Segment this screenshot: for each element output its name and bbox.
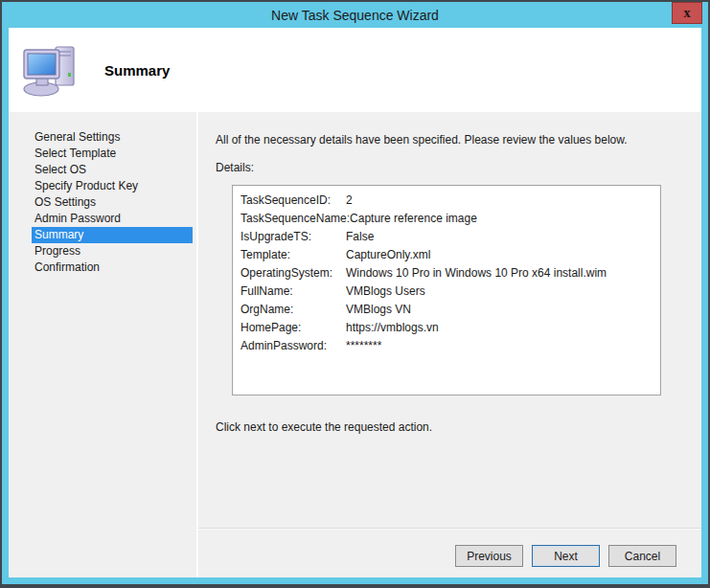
wizard-dialog: New Task Sequence Wizard x — [0, 0, 710, 588]
detail-name: OrgName: — [240, 301, 346, 319]
detail-value: https://vmblogs.vn — [346, 319, 653, 337]
detail-row: TaskSequenceName: Capture reference imag… — [240, 210, 653, 228]
sidebar-step-label: OS Settings — [34, 195, 96, 209]
computer-icon — [20, 42, 81, 98]
wizard-header: Summary — [9, 28, 701, 112]
sidebar-step-item[interactable]: OS Settings — [32, 194, 193, 211]
sidebar-step-item[interactable]: General Settings — [32, 129, 193, 146]
detail-row: Template: CaptureOnly.xml — [240, 246, 653, 264]
detail-value: CaptureOnly.xml — [346, 246, 653, 264]
button-bar: Previous Next Cancel — [198, 530, 701, 577]
wizard-body: General Settings Select Template Select … — [9, 112, 701, 577]
content-window: Summary General Settings Select Template… — [9, 28, 701, 577]
page-title: Summary — [104, 62, 170, 79]
sidebar-step-item[interactable]: Select OS — [32, 162, 193, 178]
sidebar-step-label: Progress — [34, 244, 80, 258]
summary-content: All of the necessary details have been s… — [198, 112, 701, 528]
sidebar-step-item[interactable]: Progress — [32, 243, 193, 260]
titlebar[interactable]: New Task Sequence Wizard x — [9, 2, 701, 28]
detail-value: VMBlogs Users — [346, 283, 653, 301]
detail-value: False — [346, 228, 653, 246]
sidebar-step-item[interactable]: Select Template — [32, 146, 193, 162]
sidebar-step-label: Confirmation — [34, 260, 100, 274]
sidebar-step-label: Specify Product Key — [34, 179, 138, 192]
detail-value: Capture reference image — [350, 210, 653, 228]
detail-row: AdminPassword: ******** — [240, 337, 653, 355]
detail-name: TaskSequenceID: — [240, 192, 346, 210]
detail-value: ******** — [346, 337, 653, 355]
detail-value: 2 — [346, 192, 653, 210]
next-button[interactable]: Next — [532, 545, 600, 567]
sidebar-step-item[interactable]: Specify Product Key — [32, 178, 193, 194]
detail-name: HomePage: — [240, 319, 346, 337]
cancel-button[interactable]: Cancel — [608, 545, 676, 567]
sidebar-step-label: Summary — [34, 228, 83, 241]
wizard-step-list: General Settings Select Template Select … — [9, 112, 196, 577]
detail-name: FullName: — [240, 283, 346, 301]
detail-row: OperatingSystem: Windows 10 Pro in Windo… — [240, 264, 653, 283]
details-box: TaskSequenceID: 2 TaskSequenceName: Capt… — [232, 185, 661, 396]
detail-name: Template: — [240, 246, 346, 264]
footer-note: Click next to execute the requested acti… — [216, 420, 682, 434]
detail-name: OperatingSystem: — [240, 264, 346, 283]
detail-row: FullName: VMBlogs Users — [240, 283, 653, 301]
sidebar-step-item[interactable]: Summary — [32, 227, 193, 243]
main-panel: All of the necessary details have been s… — [198, 112, 701, 577]
intro-text: All of the necessary details have been s… — [216, 133, 682, 147]
detail-value: VMBlogs VN — [346, 301, 653, 319]
previous-button[interactable]: Previous — [455, 545, 523, 567]
detail-value: Windows 10 Pro in Windows 10 Pro x64 ins… — [346, 264, 653, 283]
detail-name: IsUpgradeTS: — [240, 228, 346, 246]
sidebar-step-item[interactable]: Admin Password — [32, 211, 193, 227]
detail-row: OrgName: VMBlogs VN — [240, 301, 653, 319]
close-icon: x — [684, 7, 691, 20]
detail-row: TaskSequenceID: 2 — [240, 192, 653, 210]
window-title: New Task Sequence Wizard — [271, 8, 439, 23]
sidebar-step-item[interactable]: Confirmation — [32, 260, 193, 276]
sidebar-step-label: Select OS — [34, 163, 86, 176]
detail-name: TaskSequenceName: — [240, 210, 350, 228]
sidebar-step-label: Admin Password — [34, 212, 121, 225]
detail-name: AdminPassword: — [240, 337, 346, 355]
sidebar-step-label: Select Template — [34, 147, 116, 160]
sidebar-step-label: General Settings — [34, 130, 120, 144]
detail-row: HomePage: https://vmblogs.vn — [240, 319, 653, 337]
detail-row: IsUpgradeTS: False — [240, 228, 653, 246]
close-button[interactable]: x — [672, 2, 702, 24]
details-label: Details: — [216, 161, 682, 174]
